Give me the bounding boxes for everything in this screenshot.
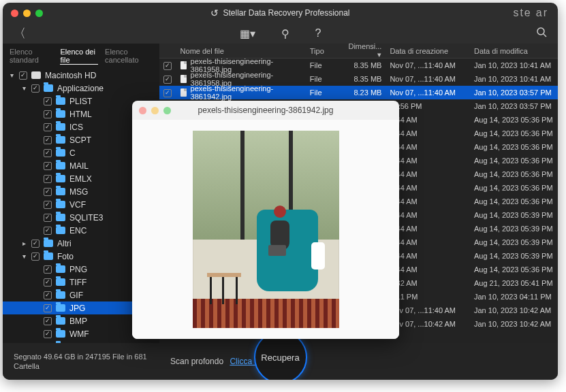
checkbox[interactable]: ✓ xyxy=(44,214,52,222)
close-icon[interactable] xyxy=(11,10,18,17)
back-button[interactable]: 〈 xyxy=(14,25,26,42)
folder-icon xyxy=(56,188,65,195)
app-title: ↺ Stellar Data Recovery Professional xyxy=(3,7,558,18)
folder-icon xyxy=(56,175,65,182)
file-modified: Aug 14, 2023 05:39 PM xyxy=(470,211,558,219)
checkbox[interactable]: ✓ xyxy=(163,76,172,84)
preview-window[interactable]: pexels-thisisengineering-3861942.jpg xyxy=(132,101,399,339)
folder-icon xyxy=(44,252,53,260)
checkbox[interactable]: ✓ xyxy=(31,84,40,93)
file-created: Nov 07, ...11:40 AM xyxy=(386,88,470,97)
file-modified: Aug 14, 2023 05:39 PM xyxy=(470,238,558,246)
checkbox[interactable]: ✓ xyxy=(44,188,52,196)
file-modified: Aug 14, 2023 05:39 PM xyxy=(470,252,558,260)
file-modified: Jan 10, 2023 10:41 AM xyxy=(470,75,558,83)
tree-label: ICS xyxy=(69,122,83,132)
brand-logo: stear xyxy=(513,7,548,19)
checkbox[interactable]: ✓ xyxy=(44,136,52,144)
col-size[interactable]: Dimensi... ▾ xyxy=(340,42,386,59)
footer: Segnato 49.64 GB in 247195 File in 681 C… xyxy=(3,343,558,380)
preview-close-icon[interactable] xyxy=(139,107,146,114)
settings-icon[interactable]: ⚲ xyxy=(281,27,289,40)
file-modified: Aug 14, 2023 05:36 PM xyxy=(470,129,558,137)
col-name[interactable]: Nome del file xyxy=(176,47,306,55)
folder-icon xyxy=(56,97,65,105)
checkbox[interactable]: ✓ xyxy=(163,89,172,97)
checkbox[interactable]: ✓ xyxy=(44,278,52,287)
file-modified: Jan 10, 2023 10:42 AM xyxy=(470,320,558,328)
checkbox[interactable]: ✓ xyxy=(44,227,52,235)
table-row[interactable]: ✓pexels-thisisengineering-3861942.jpgFil… xyxy=(159,86,558,99)
svg-line-1 xyxy=(544,34,546,37)
tree-label: Foto xyxy=(57,252,74,261)
table-row[interactable]: ✓pexels-thisisengineering-3861958.jpgFil… xyxy=(159,72,558,86)
preview-maximize-icon[interactable] xyxy=(163,107,171,114)
twisty-icon[interactable]: ▾ xyxy=(8,71,15,79)
checkbox[interactable]: ✓ xyxy=(44,162,52,170)
twisty-icon[interactable]: ▾ xyxy=(20,84,27,92)
tree-label: MAIL xyxy=(69,161,89,171)
checkbox[interactable]: ✓ xyxy=(44,265,52,274)
help-icon[interactable]: ? xyxy=(315,27,321,40)
col-modified[interactable]: Data di modifica xyxy=(470,47,558,55)
file-type: File xyxy=(306,88,340,97)
file-created: Nov 07, ...11:40 AM xyxy=(386,75,470,83)
checkbox[interactable]: ✓ xyxy=(44,201,52,209)
checkbox[interactable]: ✓ xyxy=(44,330,52,338)
file-modified: Jan 10, 2023 03:57 PM xyxy=(470,102,558,110)
col-type[interactable]: Tipo xyxy=(306,47,340,55)
tree-label: GIF xyxy=(69,291,83,300)
folder-icon xyxy=(56,278,65,286)
tree-item-applicazione[interactable]: ▾✓Applicazione xyxy=(3,82,159,95)
file-name: pexels-thisisengineering-3861942.jpg xyxy=(191,84,302,101)
checkbox[interactable]: ✓ xyxy=(31,252,40,261)
checkbox[interactable]: ✓ xyxy=(44,317,52,325)
folder-icon xyxy=(56,136,65,144)
folder-icon xyxy=(56,291,65,299)
checkbox[interactable]: ✓ xyxy=(44,123,52,131)
checkbox[interactable]: ✓ xyxy=(44,110,52,118)
file-icon xyxy=(180,88,187,97)
main-window: ↺ Stellar Data Recovery Professional ste… xyxy=(3,3,558,380)
folder-icon xyxy=(56,265,65,273)
folder-icon xyxy=(44,240,53,247)
tab-files[interactable]: Elenco dei file xyxy=(60,48,98,65)
checkbox[interactable]: ✓ xyxy=(44,291,52,299)
file-size: 8.23 MB xyxy=(340,88,386,97)
tree-item-macintosh-hd[interactable]: ▾✓Macintosh HD xyxy=(3,69,159,82)
tab-standard[interactable]: Elenco standard xyxy=(10,48,53,65)
app-title-text: Stellar Data Recovery Professional xyxy=(223,8,349,18)
tree-label: ENC xyxy=(69,226,87,235)
tab-deleted[interactable]: Elenco cancellato xyxy=(105,48,153,65)
search-icon[interactable] xyxy=(536,27,547,40)
tree-label: TIFF xyxy=(69,278,87,287)
checkbox[interactable]: ✓ xyxy=(44,149,52,157)
checkbox[interactable]: ✓ xyxy=(44,304,52,312)
maximize-icon[interactable] xyxy=(35,10,43,17)
file-icon xyxy=(180,61,187,69)
twisty-icon[interactable]: ▾ xyxy=(20,252,27,260)
folder-icon xyxy=(56,123,65,131)
tree-label: SQLITE3 xyxy=(69,213,103,223)
checkbox[interactable]: ✓ xyxy=(19,71,27,80)
folder-icon xyxy=(56,162,65,169)
minimize-icon[interactable] xyxy=(23,10,31,17)
tree-label: VCF xyxy=(69,200,86,210)
checkbox[interactable]: ✓ xyxy=(44,175,52,183)
twisty-icon[interactable]: ▸ xyxy=(20,240,27,247)
col-created[interactable]: Data di creazione xyxy=(386,47,470,55)
folder-icon xyxy=(56,201,65,208)
checkbox[interactable]: ✓ xyxy=(44,97,52,105)
file-size: 8.35 MB xyxy=(340,75,386,83)
tree-label: Macintosh HD xyxy=(45,71,96,80)
folder-icon xyxy=(56,330,65,338)
file-modified: Aug 14, 2023 05:36 PM xyxy=(470,143,558,151)
table-row[interactable]: ✓pexels-thisisengineering-3861958.jpgFil… xyxy=(159,59,558,72)
tree-label: WMF xyxy=(69,329,89,339)
checkbox[interactable]: ✓ xyxy=(31,240,40,248)
tree-label: JPG xyxy=(69,304,85,313)
preview-minimize-icon[interactable] xyxy=(151,107,159,114)
checkbox[interactable]: ✓ xyxy=(163,62,172,70)
tree-label: PNG xyxy=(69,265,87,274)
grid-view-icon[interactable]: ▦▾ xyxy=(240,27,255,40)
